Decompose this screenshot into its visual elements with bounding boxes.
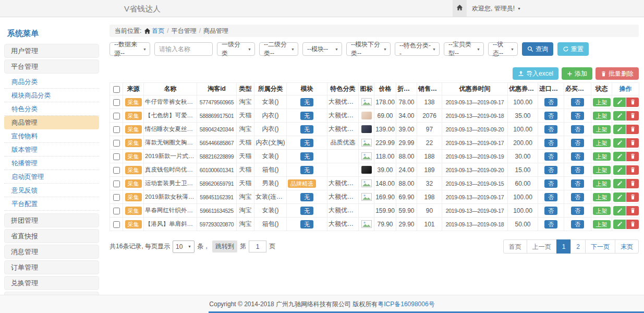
must-buy-badge[interactable]: 否	[571, 112, 584, 120]
must-buy-badge[interactable]: 否	[571, 220, 584, 228]
delete-button[interactable]	[626, 98, 639, 107]
reset-button[interactable]: 重置	[557, 42, 589, 56]
sidebar-item-current[interactable]: 商品管理	[4, 116, 99, 129]
must-buy-badge[interactable]: 否	[571, 139, 584, 147]
edit-button[interactable]	[613, 125, 626, 134]
status-badge[interactable]: 上架	[593, 179, 611, 188]
must-buy-badge[interactable]: 否	[571, 179, 584, 188]
status-select[interactable]: --状态--▼	[488, 42, 518, 56]
import-flag-badge[interactable]: 否	[544, 193, 557, 201]
import-flag-badge[interactable]: 否	[544, 179, 557, 188]
per-page-select[interactable]: 10▼	[173, 240, 195, 253]
row-checkbox[interactable]	[113, 208, 120, 214]
row-checkbox[interactable]	[113, 153, 120, 160]
must-buy-badge[interactable]: 否	[571, 193, 584, 201]
row-checkbox[interactable]	[113, 113, 120, 119]
must-buy-badge[interactable]: 否	[571, 152, 584, 161]
import-flag-badge[interactable]: 否	[544, 207, 557, 215]
status-badge[interactable]: 上架	[593, 139, 611, 147]
pager-page-2[interactable]: 2	[570, 239, 586, 254]
data-source-select[interactable]: --数据来源--▼	[110, 42, 150, 56]
must-buy-badge[interactable]: 否	[571, 207, 584, 215]
import-flag-badge[interactable]: 否	[544, 112, 557, 120]
pager-page-1[interactable]: 1	[556, 239, 572, 254]
pager-next[interactable]: 下一页	[585, 239, 615, 254]
home-button[interactable]	[453, 0, 467, 17]
delete-button[interactable]	[626, 111, 639, 121]
import-excel-button[interactable]: 导入excel	[513, 67, 558, 80]
sidebar-group-platform[interactable]: 平台管理	[4, 59, 99, 74]
pager-prev[interactable]: 上一页	[527, 239, 557, 254]
breadcrumb-home-link[interactable]: 首页	[144, 27, 164, 35]
row-checkbox[interactable]	[113, 167, 120, 174]
search-button[interactable]: 查询	[522, 42, 553, 56]
delete-button[interactable]	[626, 165, 639, 175]
status-badge[interactable]: 上架	[593, 220, 611, 228]
level2-category-select[interactable]: --二级分类--▼	[259, 42, 298, 56]
delete-button[interactable]	[626, 220, 639, 229]
must-buy-badge[interactable]: 否	[571, 166, 584, 174]
status-badge[interactable]: 上架	[593, 152, 611, 161]
batch-delete-button[interactable]: 批量删除	[596, 67, 639, 80]
select-all-checkbox[interactable]	[113, 86, 120, 93]
status-badge[interactable]: 上架	[593, 112, 611, 120]
icp-link[interactable]: 粤ICP备16098006号	[378, 300, 434, 308]
sidebar-item[interactable]: 轮播管理	[4, 156, 99, 170]
delete-button[interactable]	[626, 206, 639, 215]
add-button[interactable]: 添加	[562, 67, 592, 80]
module-sub-select[interactable]: --模块下分类--▼	[346, 42, 391, 56]
status-badge[interactable]: 上架	[593, 207, 611, 215]
sidebar-item[interactable]: 宣传物料	[4, 129, 99, 143]
sidebar-item[interactable]: 商品分类	[4, 75, 99, 89]
edit-button[interactable]	[613, 111, 626, 121]
edit-button[interactable]	[613, 138, 626, 148]
delete-button[interactable]	[626, 125, 639, 134]
import-flag-badge[interactable]: 否	[544, 166, 557, 174]
edit-button[interactable]	[613, 98, 626, 107]
sidebar-group[interactable]: 兑换管理	[4, 276, 99, 290]
sidebar-item[interactable]: 特色分类	[4, 102, 99, 116]
sidebar-item[interactable]: 意见反馈	[4, 184, 99, 197]
jump-button[interactable]: 跳转到	[212, 240, 237, 252]
status-badge[interactable]: 上架	[593, 125, 611, 134]
sidebar-group[interactable]: 订单管理	[4, 260, 99, 274]
row-checkbox[interactable]	[113, 221, 120, 228]
row-checkbox[interactable]	[113, 140, 120, 147]
module-select[interactable]: --模块--▼	[302, 42, 342, 56]
pager-first[interactable]: 首页	[503, 239, 527, 254]
sidebar-item[interactable]: 版本管理	[4, 143, 99, 156]
name-search-input[interactable]	[154, 42, 213, 56]
sidebar-item[interactable]: 平台配置	[4, 197, 99, 211]
edit-button[interactable]	[613, 192, 626, 202]
item-type-select[interactable]: --宝贝类型--▼	[444, 42, 484, 56]
must-buy-badge[interactable]: 否	[571, 98, 584, 106]
delete-button[interactable]	[626, 179, 639, 188]
import-flag-badge[interactable]: 否	[544, 125, 557, 134]
row-checkbox[interactable]	[113, 126, 120, 133]
import-flag-badge[interactable]: 否	[544, 139, 557, 147]
delete-button[interactable]	[626, 152, 639, 161]
edit-button[interactable]	[613, 179, 626, 188]
page-number-input[interactable]	[249, 240, 266, 252]
delete-button[interactable]	[626, 138, 639, 148]
import-flag-badge[interactable]: 否	[544, 152, 557, 161]
must-buy-badge[interactable]: 否	[571, 125, 584, 134]
level1-category-select[interactable]: 一级分类▼	[217, 42, 255, 56]
edit-button[interactable]	[613, 206, 626, 215]
sidebar-group[interactable]: 拼团管理	[4, 213, 99, 227]
edit-button[interactable]	[613, 220, 626, 229]
sidebar-group[interactable]: 省直快报	[4, 229, 99, 243]
status-badge[interactable]: 上架	[593, 98, 611, 106]
row-checkbox[interactable]	[113, 99, 120, 106]
import-flag-badge[interactable]: 否	[544, 98, 557, 106]
sidebar-group-users[interactable]: 用户管理	[4, 44, 99, 58]
pager-last[interactable]: 末页	[615, 239, 639, 254]
edit-button[interactable]	[613, 152, 626, 161]
import-flag-badge[interactable]: 否	[544, 220, 557, 228]
row-checkbox[interactable]	[113, 180, 120, 187]
sidebar-item[interactable]: 模块商品分类	[4, 89, 99, 102]
edit-button[interactable]	[613, 165, 626, 175]
row-checkbox[interactable]	[113, 194, 120, 201]
sidebar-group[interactable]: 消息管理	[4, 245, 99, 259]
feature-category-select[interactable]: --特色分类--▼	[395, 42, 440, 56]
